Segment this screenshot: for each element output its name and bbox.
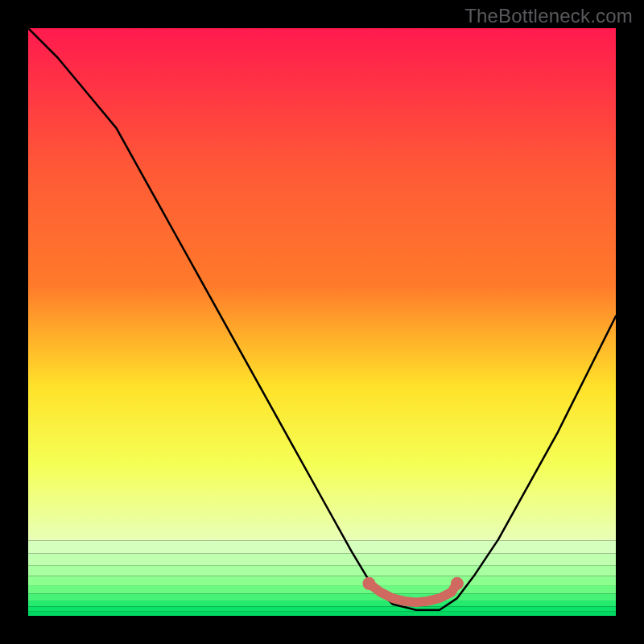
svg-rect-0	[28, 28, 616, 541]
svg-rect-2	[28, 554, 616, 566]
chart-frame: TheBottleneck.com	[0, 0, 644, 644]
watermark-text: TheBottleneck.com	[464, 5, 633, 27]
svg-rect-9	[28, 611, 616, 616]
svg-rect-7	[28, 601, 616, 606]
bottleneck-chart	[28, 28, 616, 616]
svg-rect-5	[28, 585, 616, 593]
svg-rect-8	[28, 606, 616, 611]
svg-point-12	[451, 577, 464, 590]
svg-rect-1	[28, 541, 616, 554]
svg-rect-3	[28, 565, 616, 576]
svg-rect-4	[28, 576, 616, 585]
svg-point-11	[362, 577, 375, 590]
svg-rect-6	[28, 593, 616, 601]
